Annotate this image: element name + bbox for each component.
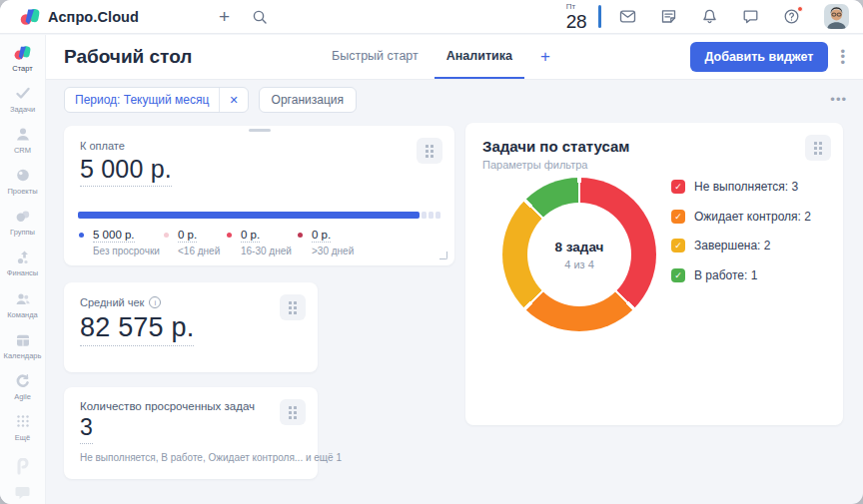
legend-dot xyxy=(79,233,84,238)
drag-dots-icon xyxy=(814,142,822,155)
to-pay-legend: 5 000 р. Без просрочки 0 р. <16 дней 0 р… xyxy=(79,229,354,256)
period-filter-label[interactable]: Период: Текущий месяц xyxy=(65,93,219,107)
notification-dot xyxy=(797,6,803,12)
more-grid-icon xyxy=(16,413,30,430)
add-widget-button[interactable]: Добавить виджет xyxy=(690,42,829,72)
search-button[interactable] xyxy=(252,9,268,25)
notifications-button[interactable] xyxy=(699,6,720,27)
to-pay-value[interactable]: 5 000 р. xyxy=(80,155,438,187)
status-legend: ✓ Не выполняется: 3 ✓ Ожидает контроля: … xyxy=(671,180,811,282)
create-button[interactable]: + xyxy=(219,7,230,26)
crm-icon xyxy=(15,126,31,143)
drag-dots-icon xyxy=(289,301,297,314)
topbar: Аспро.Cloud + Пт 28 xyxy=(0,0,863,34)
checkbox-icon[interactable]: ✓ xyxy=(671,268,685,282)
widget-drag-handle[interactable] xyxy=(280,294,306,320)
topbar-divider xyxy=(598,5,601,28)
mail-button[interactable] xyxy=(617,6,638,27)
donut-total: 8 задач xyxy=(555,240,604,254)
filter-params-link[interactable]: Параметры фильтра xyxy=(482,159,826,171)
date-weekday: Пт xyxy=(566,3,575,11)
projects-icon xyxy=(15,167,31,184)
dashboard-tabs: Быстрый старт Аналитика + xyxy=(320,35,562,79)
legend-item: 5 000 р. Без просрочки xyxy=(79,229,164,256)
sidebar-item-start[interactable]: Старт xyxy=(0,44,45,85)
legend-row-not-performed[interactable]: ✓ Не выполняется: 3 xyxy=(671,180,811,194)
widget-drag-handle[interactable] xyxy=(417,138,442,164)
brand[interactable]: Аспро.Cloud xyxy=(20,8,139,26)
tasks-icon xyxy=(15,85,31,102)
team-icon xyxy=(15,290,31,307)
sidebar-item-finance[interactable]: Финансы xyxy=(0,249,45,289)
groups-icon xyxy=(15,208,31,225)
checkbox-icon[interactable]: ✓ xyxy=(671,180,685,194)
calendar-icon xyxy=(15,331,31,348)
bell-icon xyxy=(701,8,718,25)
filter-row: Период: Текущий месяц ✕ Организация ••• xyxy=(46,87,863,113)
checkbox-icon[interactable]: ✓ xyxy=(671,210,685,224)
notes-button[interactable] xyxy=(658,6,679,27)
widget-average-check: Средний чек i 82 575 р. xyxy=(64,282,318,372)
calendar-date[interactable]: Пт 28 xyxy=(566,3,586,31)
overdue-statuses-note: Не выполняется, В работе, Ожидает контро… xyxy=(80,452,302,463)
agile-icon xyxy=(15,372,31,389)
status-donut-chart[interactable]: 8 задач 4 из 4 xyxy=(502,178,656,331)
avatar[interactable] xyxy=(824,4,849,29)
donut-subtotal: 4 из 4 xyxy=(564,258,594,270)
widget-title: К оплате xyxy=(80,140,438,152)
legend-dot xyxy=(227,233,232,238)
sidebar-item-team[interactable]: Команда xyxy=(0,290,45,331)
app-window: Аспро.Cloud + Пт 28 xyxy=(0,0,863,504)
page-menu-button[interactable]: ••• xyxy=(834,45,851,69)
add-tab-button[interactable]: + xyxy=(528,35,562,79)
date-day: 28 xyxy=(566,12,586,31)
drag-dots-icon xyxy=(426,145,433,158)
sidebar-item-more[interactable]: Ещё xyxy=(0,413,45,454)
tab-quick-start[interactable]: Быстрый старт xyxy=(320,35,431,79)
chat-button[interactable] xyxy=(740,6,761,27)
notes-icon xyxy=(660,8,677,25)
legend-item: 0 р. 16-30 дней xyxy=(227,229,298,256)
widget-resize-handle[interactable] xyxy=(439,252,447,259)
drag-dots-icon xyxy=(289,406,297,419)
progress-fill xyxy=(78,212,420,219)
legend-item: 0 р. >30 дней xyxy=(298,229,354,256)
widget-title: Средний чек xyxy=(80,296,144,308)
finance-icon xyxy=(15,249,31,265)
average-check-value[interactable]: 82 575 р. xyxy=(80,312,302,346)
widget-drag-handle[interactable] xyxy=(280,399,306,425)
help-button[interactable] xyxy=(781,6,802,27)
legend-row-completed[interactable]: ✓ Завершена: 2 xyxy=(671,239,811,252)
widget-drag-handle[interactable] xyxy=(805,135,831,161)
legend-dot xyxy=(164,233,169,238)
sidebar-item-tasks[interactable]: Задачи xyxy=(0,85,45,126)
sidebar-item-calendar[interactable]: Календарь xyxy=(0,331,45,372)
sidebar-item-groups[interactable]: Группы xyxy=(0,208,45,249)
period-filter-chip: Период: Текущий месяц ✕ xyxy=(64,87,249,113)
sidebar-item-crm[interactable]: CRM xyxy=(0,126,45,167)
search-icon xyxy=(252,9,268,25)
legend-dot xyxy=(298,233,303,238)
to-pay-progress-bar xyxy=(78,212,440,219)
checkbox-icon[interactable]: ✓ xyxy=(671,239,685,252)
widget-title: Задачи по статусам xyxy=(482,138,826,155)
info-icon[interactable]: i xyxy=(149,296,161,308)
sidebar-item-projects[interactable]: Проекты xyxy=(0,167,45,208)
legend-row-awaiting-control[interactable]: ✓ Ожидает контроля: 2 xyxy=(671,210,811,224)
widget-to-pay: К оплате 5 000 р. 5 000 р. Без просрочки xyxy=(64,126,454,265)
period-filter-close-icon[interactable]: ✕ xyxy=(219,88,247,112)
sidebar-item-agile[interactable]: Agile xyxy=(0,372,45,413)
chat-icon xyxy=(742,8,759,25)
legend-row-in-progress[interactable]: ✓ В работе: 1 xyxy=(671,268,811,282)
start-icon xyxy=(14,44,31,61)
aspro-logo-icon xyxy=(20,8,40,26)
donut-center: 8 задач 4 из 4 xyxy=(527,203,631,306)
widget-overdue-tasks: Количество просроченных задач 3 Не выпол… xyxy=(64,387,318,479)
overdue-count-value[interactable]: 3 xyxy=(80,414,302,444)
sidebar: Старт Задачи CRM xyxy=(0,35,46,504)
widget-title: Количество просроченных задач xyxy=(80,400,302,412)
organization-filter-chip[interactable]: Организация xyxy=(259,87,357,113)
ghost-icon-2 xyxy=(14,484,32,504)
tab-analytics[interactable]: Аналитика xyxy=(434,35,524,79)
mail-icon xyxy=(619,8,636,25)
